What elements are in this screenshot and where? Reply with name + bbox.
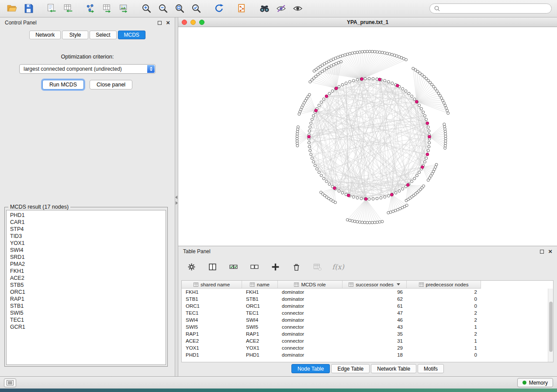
toolbar-search-field[interactable] bbox=[429, 3, 552, 14]
table-row[interactable]: YOX1YOX1connector291 bbox=[182, 344, 553, 351]
float-panel-icon[interactable] bbox=[158, 21, 162, 25]
search-network-button[interactable] bbox=[258, 2, 271, 15]
table-row[interactable]: ACE2ACE2connector311 bbox=[182, 337, 553, 344]
scrollbar-thumb[interactable] bbox=[549, 302, 553, 352]
column-header-MCDS-role[interactable]: MCDS role bbox=[278, 281, 343, 289]
mcds-result-item[interactable]: FKH1 bbox=[7, 268, 166, 275]
network-graph[interactable] bbox=[178, 27, 557, 246]
table-row[interactable]: RAP1RAP1dominator352 bbox=[182, 330, 553, 337]
window-minimize-icon[interactable] bbox=[190, 20, 196, 25]
control-panel-tab-mcds[interactable]: MCDS bbox=[118, 31, 145, 39]
cell-name: STB1 bbox=[242, 296, 278, 302]
show-graphics-details-button[interactable] bbox=[291, 2, 304, 15]
control-panel-tab-style[interactable]: Style bbox=[62, 31, 88, 39]
window-zoom-icon[interactable] bbox=[199, 20, 204, 25]
function-builder-button-disabled[interactable]: f(x) bbox=[332, 261, 344, 273]
create-column-button[interactable] bbox=[269, 261, 281, 273]
delete-columns-button[interactable] bbox=[290, 261, 302, 273]
table-toolbar: f(x) bbox=[178, 257, 557, 277]
mcds-result-item[interactable]: SWI4 bbox=[7, 247, 166, 254]
refresh-button[interactable] bbox=[212, 2, 225, 15]
mcds-result-item[interactable]: CAR1 bbox=[7, 219, 166, 226]
status-menu-button[interactable] bbox=[4, 378, 16, 387]
collapse-left-icon[interactable] bbox=[175, 196, 177, 199]
mcds-result-item[interactable]: SRD1 bbox=[7, 254, 166, 261]
table-row[interactable]: PHD1PHD1dominator180 bbox=[182, 351, 553, 358]
table-tab-node-table[interactable]: Node Table bbox=[291, 364, 330, 373]
column-header-predecessor-nodes[interactable]: predecessor nodes bbox=[407, 281, 481, 289]
save-session-button[interactable] bbox=[22, 2, 35, 15]
mcds-result-item[interactable]: PMA2 bbox=[7, 261, 166, 268]
open-file-button[interactable] bbox=[5, 2, 18, 15]
table-row[interactable]: STB1STB1dominator620 bbox=[182, 296, 553, 303]
table-row[interactable]: TEC1TEC1connector472 bbox=[182, 309, 553, 316]
table-tab-motifs[interactable]: Motifs bbox=[418, 364, 444, 373]
unselect-all-button[interactable] bbox=[248, 261, 260, 273]
table-tab-network-table[interactable]: Network Table bbox=[371, 364, 416, 373]
table-row[interactable]: FKH1FKH1dominator962 bbox=[182, 289, 553, 296]
delete-table-icon bbox=[313, 262, 322, 272]
close-table-panel-icon[interactable]: × bbox=[548, 249, 552, 254]
mcds-result-item[interactable]: GCR1 bbox=[7, 323, 166, 330]
destroy-table-button-disabled[interactable] bbox=[311, 261, 323, 273]
memory-button[interactable]: Memory bbox=[517, 378, 553, 387]
mcds-result-item[interactable]: STB5 bbox=[7, 282, 166, 289]
export-table-button[interactable] bbox=[100, 2, 114, 15]
zoom-out-button[interactable] bbox=[156, 2, 170, 15]
table-tab-edge-table[interactable]: Edge Table bbox=[331, 364, 370, 373]
mcds-result-item[interactable]: RAP1 bbox=[7, 296, 166, 303]
plus-icon bbox=[271, 262, 280, 272]
column-header-successor-nodes[interactable]: successor nodes bbox=[343, 281, 407, 289]
zoom-in-button[interactable] bbox=[140, 2, 153, 15]
cell-shared-name: FKH1 bbox=[182, 289, 242, 295]
mcds-result-item[interactable]: TEC1 bbox=[7, 316, 166, 323]
clone-network-button[interactable] bbox=[235, 2, 248, 15]
network-window-title: YPA_prune.txt_1 bbox=[178, 19, 557, 25]
hide-graphics-details-button[interactable] bbox=[274, 2, 287, 15]
column-header-name[interactable]: name bbox=[242, 281, 278, 289]
cell-successor-nodes: 31 bbox=[343, 338, 407, 344]
import-network-button[interactable] bbox=[45, 2, 58, 15]
window-close-icon[interactable] bbox=[182, 20, 187, 25]
column-header-shared-name[interactable]: shared name bbox=[182, 281, 242, 289]
table-scrollbar[interactable] bbox=[548, 289, 553, 362]
select-all-icon bbox=[229, 262, 238, 272]
table-row[interactable]: SWI5SWI5connector431 bbox=[182, 323, 553, 330]
mcds-result-item[interactable]: YOX1 bbox=[7, 240, 166, 247]
trash-icon bbox=[292, 262, 301, 272]
close-panel-icon[interactable]: × bbox=[166, 21, 170, 25]
export-image-button[interactable] bbox=[117, 2, 130, 15]
mcds-result-item[interactable]: STB1 bbox=[7, 303, 166, 309]
zoom-fit-button[interactable] bbox=[173, 2, 186, 15]
show-columns-button[interactable] bbox=[206, 261, 218, 273]
mcds-result-item[interactable]: ORC1 bbox=[7, 289, 166, 296]
mcds-result-item[interactable]: ACE2 bbox=[7, 275, 166, 282]
network-canvas[interactable] bbox=[178, 27, 557, 246]
mcds-result-item[interactable]: TID3 bbox=[7, 233, 166, 240]
mcds-result-item[interactable]: SWI5 bbox=[7, 309, 166, 316]
import-table-button[interactable] bbox=[61, 2, 74, 15]
control-panel-tab-select[interactable]: Select bbox=[90, 31, 116, 39]
float-table-panel-icon[interactable] bbox=[540, 250, 544, 254]
column-type-icon bbox=[294, 282, 299, 287]
cell-mcds-role: connector bbox=[278, 324, 343, 330]
criterion-dropdown[interactable]: largest connected component (undirected) bbox=[19, 64, 156, 74]
refresh-group bbox=[212, 2, 225, 15]
search-input[interactable] bbox=[443, 6, 547, 12]
table-row[interactable]: ORC1ORC1dominator610 bbox=[182, 303, 553, 309]
run-mcds-button[interactable]: Run MCDS bbox=[42, 80, 84, 89]
table-mode-button[interactable] bbox=[185, 261, 197, 273]
zoom-selected-button[interactable] bbox=[190, 2, 203, 15]
select-all-button[interactable] bbox=[227, 261, 239, 273]
mcds-result-item[interactable]: PHD1 bbox=[7, 212, 166, 219]
export-network-button[interactable] bbox=[84, 2, 97, 15]
close-panel-button[interactable]: Close panel bbox=[90, 80, 132, 89]
cell-name: SWI5 bbox=[242, 324, 278, 330]
table-row[interactable]: SWI4SWI4dominator462 bbox=[182, 316, 553, 323]
control-panel-tab-network[interactable]: Network bbox=[29, 31, 61, 39]
cell-shared-name: YOX1 bbox=[182, 345, 242, 351]
panel-splitter[interactable] bbox=[175, 17, 178, 376]
mcds-result-item[interactable]: STP4 bbox=[7, 226, 166, 233]
mcds-result-list[interactable]: PHD1CAR1STP4TID3YOX1SWI4SRD1PMA2FKH1ACE2… bbox=[6, 210, 166, 365]
collapse-right-icon[interactable] bbox=[176, 201, 178, 205]
